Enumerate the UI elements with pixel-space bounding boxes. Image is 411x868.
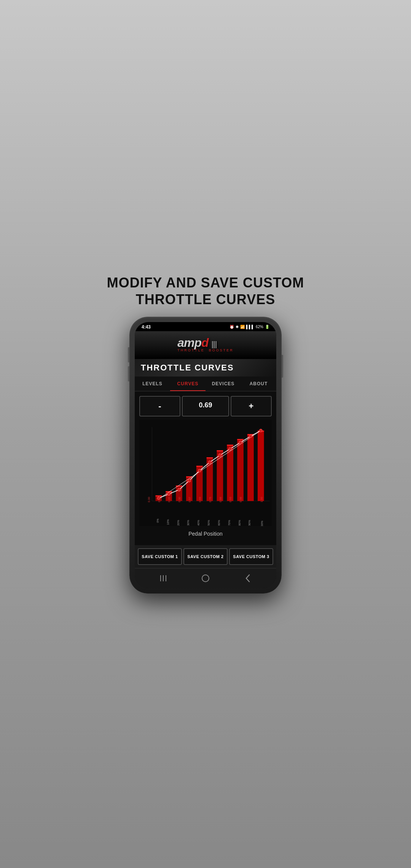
svg-text:60%: 60% <box>217 520 221 525</box>
svg-text:20%: 20% <box>177 520 180 525</box>
status-time: 4:43 <box>142 324 151 330</box>
svg-text:0.98: 0.98 <box>239 497 242 502</box>
svg-text:1.00: 1.00 <box>260 497 263 502</box>
bluetooth-icon: ✱ <box>236 325 239 329</box>
page-title: MODIFY AND SAVE CUSTOM THROTTLE CURVES <box>107 274 304 307</box>
decrement-button[interactable]: - <box>139 396 180 416</box>
svg-point-61 <box>202 575 209 582</box>
circle-icon[interactable] <box>198 574 213 583</box>
svg-rect-3 <box>156 495 162 496</box>
svg-text:50%: 50% <box>207 520 210 525</box>
svg-text:30%: 30% <box>186 520 190 525</box>
save-buttons-row: SAVE CUSTOM 1 SAVE CUSTOM 2 SAVE CUSTOM … <box>135 545 276 568</box>
svg-text:100%: 100% <box>260 520 264 526</box>
svg-text:0.10: 0.10 <box>158 497 161 502</box>
svg-point-35 <box>260 429 262 432</box>
svg-text:70%: 70% <box>228 520 231 525</box>
app-title-bar: THROTTLE CURVES <box>135 359 276 377</box>
svg-rect-59 <box>163 575 164 581</box>
alarm-icon: ⏰ <box>229 325 234 329</box>
svg-text:80%: 80% <box>238 520 241 525</box>
svg-point-28 <box>188 479 191 482</box>
pedal-position-label: Pedal Position <box>139 528 272 541</box>
svg-point-29 <box>198 469 201 472</box>
svg-point-33 <box>239 441 242 444</box>
page-wrapper: MODIFY AND SAVE CUSTOM THROTTLE CURVES 4… <box>103 274 308 593</box>
svg-text:0.57: 0.57 <box>188 497 191 502</box>
logo-text: ampd ||| <box>177 336 234 350</box>
svg-rect-15 <box>217 450 223 451</box>
status-icons: ⏰ ✱ 📶 ▌▌▌ 62% 🔋 <box>229 325 269 329</box>
tab-devices[interactable]: DEVICES <box>206 377 241 391</box>
logo-subtitle: THROTTLE BOOSTER <box>177 348 234 352</box>
throttle-chart[interactable]: 0.00 0.10 0.20 0.30 0.57 0.69 0.76 0.88 … <box>139 420 272 526</box>
nav-tabs: LEVELS CURVES DEVICES ABOUT <box>135 377 276 391</box>
svg-text:0.93: 0.93 <box>229 497 232 502</box>
svg-text:40%: 40% <box>197 520 200 525</box>
svg-text:10%: 10% <box>166 519 170 525</box>
svg-rect-13 <box>207 457 213 458</box>
tab-levels[interactable]: LEVELS <box>135 377 170 391</box>
svg-rect-19 <box>237 439 244 440</box>
save-custom-1-button[interactable]: SAVE CUSTOM 1 <box>138 548 182 565</box>
value-display: 0.69 <box>182 396 229 416</box>
wifi-icon: 📶 <box>240 325 245 329</box>
svg-point-34 <box>249 435 252 437</box>
svg-point-27 <box>178 488 180 491</box>
svg-rect-58 <box>160 575 161 581</box>
svg-rect-17 <box>227 445 233 446</box>
back-icon[interactable] <box>240 574 255 583</box>
app-content: - 0.69 + <box>135 391 276 545</box>
signal-icon: ▌▌▌ <box>246 325 254 329</box>
svg-rect-16 <box>227 445 233 501</box>
svg-rect-11 <box>196 466 203 467</box>
svg-rect-18 <box>237 439 244 501</box>
status-bar: 4:43 ⏰ ✱ 📶 ▌▌▌ 62% 🔋 <box>135 322 276 331</box>
svg-text:0.20: 0.20 <box>167 497 171 502</box>
phone-screen: 4:43 ⏰ ✱ 📶 ▌▌▌ 62% 🔋 ampd ||| <box>135 322 276 588</box>
svg-text:90%: 90% <box>248 520 251 525</box>
save-custom-2-button[interactable]: SAVE CUSTOM 2 <box>183 548 228 565</box>
power-button <box>282 355 283 378</box>
tab-about[interactable]: ABOUT <box>241 377 276 391</box>
svg-point-30 <box>208 461 211 463</box>
svg-text:0.69: 0.69 <box>198 497 202 502</box>
tab-curves[interactable]: CURVES <box>170 377 206 391</box>
phone-device: 4:43 ⏰ ✱ 📶 ▌▌▌ 62% 🔋 ampd ||| <box>129 317 282 594</box>
volume-down-button <box>128 366 129 381</box>
svg-text:0.30: 0.30 <box>178 497 181 502</box>
increment-button[interactable]: + <box>231 396 272 416</box>
svg-rect-20 <box>247 434 254 501</box>
svg-text:0.76: 0.76 <box>209 497 212 502</box>
svg-point-26 <box>167 493 170 495</box>
app-title: THROTTLE CURVES <box>141 363 270 373</box>
bottom-nav <box>135 568 276 588</box>
svg-point-31 <box>218 454 221 456</box>
volume-up-button <box>128 347 129 362</box>
svg-text:0%: 0% <box>156 519 159 523</box>
value-control: - 0.69 + <box>139 396 272 416</box>
app-header: ampd ||| THROTTLE BOOSTER <box>135 331 276 359</box>
svg-point-32 <box>229 447 231 450</box>
battery-level: 62% <box>256 325 263 329</box>
battery-icon: 🔋 <box>265 325 269 329</box>
svg-rect-60 <box>166 575 166 581</box>
home-icon[interactable] <box>156 574 171 583</box>
svg-rect-22 <box>258 431 264 501</box>
svg-text:0.00: 0.00 <box>147 497 151 502</box>
save-custom-3-button[interactable]: SAVE CUSTOM 3 <box>229 548 273 565</box>
logo-area: ampd ||| THROTTLE BOOSTER <box>141 336 270 352</box>
svg-text:0.88: 0.88 <box>219 497 222 502</box>
